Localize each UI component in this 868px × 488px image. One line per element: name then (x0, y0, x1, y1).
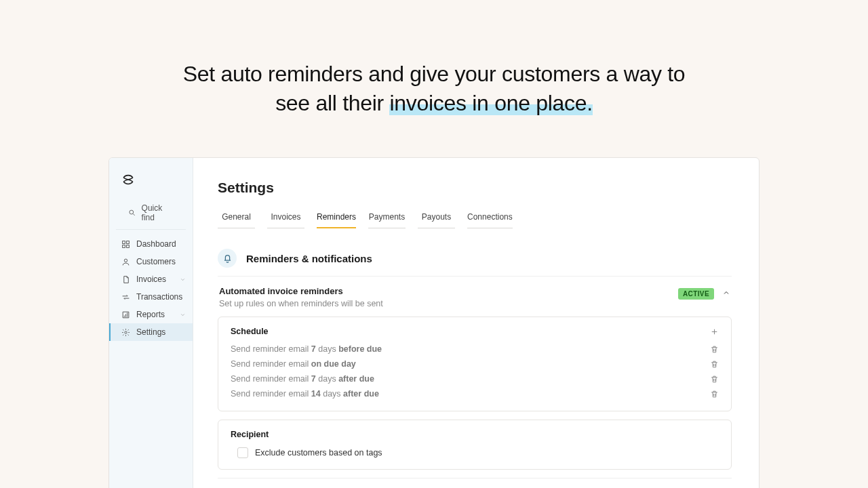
trash-icon (710, 390, 719, 399)
gear-icon (121, 328, 130, 337)
quick-find[interactable]: Quick find (116, 199, 186, 230)
trash-icon (710, 375, 719, 384)
hero-text: Set auto reminders and give your custome… (0, 0, 868, 145)
sidebar-item-label: Transactions (136, 292, 182, 302)
schedule-title: Schedule (231, 327, 269, 336)
app-logo (109, 167, 193, 199)
chevron-down-icon (180, 277, 186, 283)
svg-rect-1 (123, 241, 125, 244)
exclude-label: Exclude customers based on tags (255, 448, 382, 458)
chevron-down-icon (180, 312, 186, 318)
sidebar-item-settings[interactable]: Settings (109, 323, 193, 341)
add-rule-button[interactable] (710, 327, 719, 336)
dashboard-icon (121, 240, 130, 249)
delete-rule-button[interactable] (710, 390, 719, 399)
sidebar-item-label: Reports (136, 310, 165, 319)
svg-rect-2 (127, 241, 130, 244)
svg-point-6 (125, 331, 127, 333)
sidebar: Quick find Dashboard Customers Invoices … (109, 158, 193, 488)
tab-connections[interactable]: Connections (467, 208, 513, 228)
exclude-checkbox[interactable] (237, 447, 248, 458)
schedule-rule: Send reminder email 7 days after due (231, 371, 719, 386)
recipient-card: Recipient Exclude customers based on tag… (218, 420, 732, 470)
tab-invoices[interactable]: Invoices (267, 208, 304, 228)
hero-line1: Set auto reminders and give your custome… (183, 62, 686, 86)
sidebar-item-customers[interactable]: Customers (109, 253, 193, 270)
hero-highlight: invoices in one place. (389, 91, 592, 115)
tab-payments[interactable]: Payments (368, 208, 406, 228)
sidebar-item-label: Settings (136, 327, 165, 337)
svg-rect-3 (123, 245, 125, 247)
svg-point-0 (130, 211, 134, 215)
sidebar-item-label: Invoices (136, 274, 166, 284)
page-title: Settings (218, 180, 732, 196)
sidebar-item-reports[interactable]: Reports (109, 306, 193, 323)
chevron-up-icon (722, 289, 730, 297)
invoices-icon (121, 275, 130, 284)
sidebar-item-invoices[interactable]: Invoices (109, 270, 193, 288)
sidebar-item-transactions[interactable]: Transactions (109, 288, 193, 306)
app-window: Quick find Dashboard Customers Invoices … (108, 157, 760, 488)
trash-icon (710, 360, 719, 369)
schedule-rule: Send reminder email 14 days after due (231, 386, 719, 401)
auto-reminders-title: Automated invoice reminders (219, 286, 383, 296)
tab-general[interactable]: General (218, 208, 255, 228)
monthly-statements-row: Monthly statements (218, 478, 732, 488)
schedule-rule: Send reminder email on due day (231, 357, 719, 371)
delete-rule-button[interactable] (710, 375, 719, 384)
delete-rule-button[interactable] (710, 345, 719, 354)
trash-icon (710, 345, 719, 354)
section-title: Reminders & notifications (246, 253, 372, 264)
tab-reminders[interactable]: Reminders (317, 208, 356, 228)
delete-rule-button[interactable] (710, 360, 719, 369)
plus-icon (710, 327, 719, 336)
customers-icon (121, 258, 130, 266)
section-header: Reminders & notifications (218, 249, 732, 277)
transactions-icon (121, 293, 130, 302)
schedule-rule: Send reminder email 7 days before due (231, 342, 719, 357)
svg-rect-4 (127, 245, 130, 247)
schedule-card: Schedule Send reminder email 7 days befo… (218, 317, 732, 411)
sidebar-item-label: Customers (136, 257, 176, 266)
hero-line2-pre: see all their (275, 91, 389, 115)
reports-icon (121, 310, 130, 319)
bell-icon (218, 249, 237, 268)
sidebar-item-label: Dashboard (136, 239, 176, 249)
sidebar-item-dashboard[interactable]: Dashboard (109, 235, 193, 253)
quick-find-label: Quick find (142, 203, 176, 222)
search-icon (128, 209, 136, 217)
collapse-toggle[interactable] (722, 287, 730, 300)
auto-reminders-subtitle: Set up rules on when reminders will be s… (219, 299, 383, 308)
main-content: Settings General Invoices Reminders Paym… (193, 158, 759, 488)
svg-point-5 (124, 259, 127, 262)
recipient-title: Recipient (231, 430, 269, 439)
status-badge: ACTIVE (678, 288, 714, 300)
tab-payouts[interactable]: Payouts (418, 208, 455, 228)
settings-tabs: General Invoices Reminders Payments Payo… (218, 208, 732, 228)
auto-reminders-row: Automated invoice reminders Set up rules… (218, 277, 732, 317)
